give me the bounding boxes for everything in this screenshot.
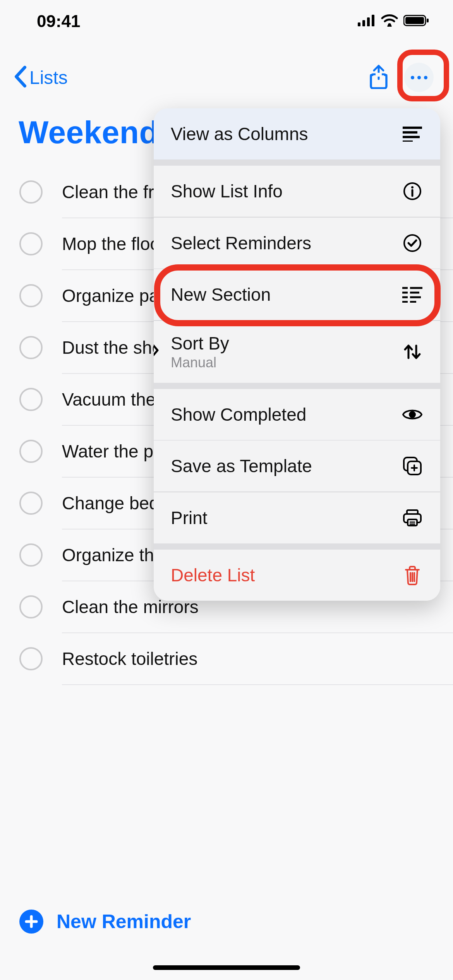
radio-empty-icon[interactable] xyxy=(19,543,43,567)
radio-empty-icon[interactable] xyxy=(19,440,43,463)
svg-rect-3 xyxy=(372,15,374,26)
wifi-icon xyxy=(381,14,398,28)
menu-label: Show Completed xyxy=(171,404,306,425)
new-reminder-label: New Reminder xyxy=(57,910,191,933)
reminder-row[interactable]: Restock toiletries xyxy=(19,633,453,684)
home-indicator[interactable] xyxy=(153,965,300,970)
svg-rect-6 xyxy=(405,17,424,24)
svg-point-26 xyxy=(409,411,416,418)
radio-empty-icon[interactable] xyxy=(19,284,43,307)
radio-empty-icon[interactable] xyxy=(19,492,43,515)
back-button[interactable]: Lists xyxy=(12,65,68,90)
menu-new-section[interactable]: New Section xyxy=(154,269,440,320)
back-label: Lists xyxy=(29,67,68,88)
cellular-icon xyxy=(358,15,376,28)
svg-rect-1 xyxy=(362,20,365,26)
info-icon xyxy=(402,180,423,202)
sort-value: Manual xyxy=(171,355,229,371)
menu-label: Save as Template xyxy=(171,456,312,476)
menu-label: Select Reminders xyxy=(171,233,311,254)
menu-save-template[interactable]: Save as Template xyxy=(154,440,440,492)
sort-arrows-icon xyxy=(402,341,423,363)
chevron-right-icon xyxy=(154,341,161,362)
share-button[interactable] xyxy=(369,64,389,91)
plus-circle-icon xyxy=(19,910,43,934)
menu-show-list-info[interactable]: Show List Info xyxy=(154,166,440,217)
share-icon xyxy=(369,84,389,90)
status-indicators xyxy=(358,14,430,28)
chevron-left-icon xyxy=(12,65,30,90)
menu-label: New Section xyxy=(171,284,271,305)
svg-rect-7 xyxy=(427,19,429,22)
menu-sort-by[interactable]: Sort By Manual xyxy=(154,321,440,383)
section-icon xyxy=(402,284,423,305)
new-reminder-button[interactable]: New Reminder xyxy=(19,910,191,934)
menu-label: Print xyxy=(171,507,208,528)
nav-bar: Lists xyxy=(0,58,453,97)
radio-empty-icon[interactable] xyxy=(19,595,43,618)
menu-label: Delete List xyxy=(171,565,255,586)
trash-icon xyxy=(402,564,423,586)
radio-empty-icon[interactable] xyxy=(19,388,43,411)
menu-view-as-columns[interactable]: View as Columns xyxy=(154,108,440,159)
status-bar: 09:41 xyxy=(0,0,453,43)
battery-icon xyxy=(403,14,430,28)
menu-print[interactable]: Print xyxy=(154,492,440,543)
columns-icon xyxy=(402,123,423,145)
radio-empty-icon[interactable] xyxy=(19,336,43,359)
menu-select-reminders[interactable]: Select Reminders xyxy=(154,218,440,269)
options-menu: View as Columns Show List Info Select Re… xyxy=(154,108,440,601)
svg-rect-9 xyxy=(376,73,382,77)
printer-icon xyxy=(402,507,423,529)
svg-point-15 xyxy=(411,186,414,188)
template-plus-icon xyxy=(402,455,423,477)
svg-rect-2 xyxy=(367,17,370,26)
radio-empty-icon[interactable] xyxy=(19,232,43,255)
menu-label: View as Columns xyxy=(171,123,308,144)
menu-label: Sort By xyxy=(171,333,229,354)
svg-rect-0 xyxy=(358,22,360,26)
svg-point-17 xyxy=(404,235,420,251)
eye-icon xyxy=(402,404,423,425)
menu-label: Show List Info xyxy=(171,181,283,202)
status-time: 09:41 xyxy=(37,12,81,31)
menu-delete-list[interactable]: Delete List xyxy=(154,550,440,601)
ellipsis-icon xyxy=(409,76,429,79)
radio-empty-icon[interactable] xyxy=(19,180,43,204)
checkmark-circle-icon xyxy=(402,232,423,254)
menu-show-completed[interactable]: Show Completed xyxy=(154,389,440,440)
more-button[interactable] xyxy=(404,63,434,92)
svg-point-4 xyxy=(388,23,391,26)
radio-empty-icon[interactable] xyxy=(19,647,43,670)
reminder-text: Restock toiletries xyxy=(62,648,197,669)
